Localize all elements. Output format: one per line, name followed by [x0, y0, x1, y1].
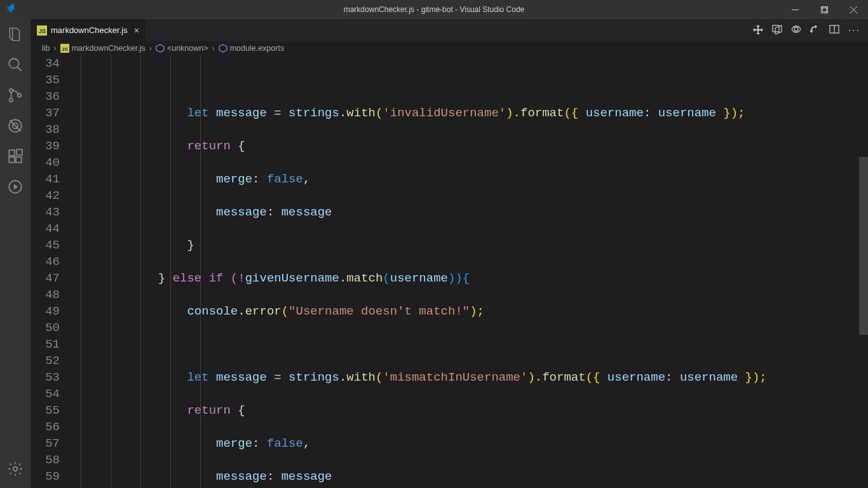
tab-label: markdownChecker.js: [51, 25, 128, 35]
tab-bar: JS markdownChecker.js × ···: [31, 19, 868, 41]
svg-rect-11: [16, 157, 22, 163]
tab-close-icon[interactable]: ×: [134, 25, 139, 36]
symbol-icon: [156, 44, 165, 53]
title-bar: markdownChecker.js - gitme-bot - Visual …: [0, 0, 868, 19]
symbol-icon: [219, 44, 227, 53]
svg-rect-10: [9, 157, 15, 163]
svg-point-18: [794, 27, 798, 31]
svg-rect-12: [17, 149, 22, 155]
minimize-button[interactable]: [780, 0, 810, 19]
search-icon[interactable]: [0, 50, 31, 80]
breadcrumb[interactable]: lib › JS markdownChecker.js › <unknown> …: [31, 41, 868, 55]
js-file-icon: JS: [60, 44, 69, 53]
gitlens-compare-icon[interactable]: [753, 24, 763, 37]
editor-actions: ···: [745, 19, 868, 41]
scrollbar-thumb[interactable]: [859, 157, 868, 335]
vscode-logo-icon: [0, 4, 22, 15]
editor-group: JS markdownChecker.js × ··· lib › JS mar…: [31, 19, 868, 488]
breadcrumb-sym2[interactable]: module.exports: [230, 44, 284, 53]
svg-point-3: [9, 58, 18, 68]
settings-gear-icon[interactable]: [0, 454, 31, 484]
gitlens-toggle-icon[interactable]: [791, 24, 801, 37]
chevron-right-icon: ›: [148, 44, 153, 53]
js-file-icon: JS: [37, 25, 47, 36]
tab-markdown-checker[interactable]: JS markdownChecker.js ×: [31, 19, 146, 41]
breadcrumb-lib[interactable]: lib: [42, 44, 50, 53]
activity-bar: [0, 19, 31, 488]
svg-point-6: [18, 93, 21, 97]
live-share-icon[interactable]: [0, 172, 31, 202]
extensions-icon[interactable]: [0, 141, 31, 172]
svg-rect-1: [821, 8, 826, 13]
svg-point-4: [10, 89, 13, 92]
split-editor-icon[interactable]: [829, 24, 839, 37]
explorer-icon[interactable]: [0, 19, 31, 50]
vertical-scrollbar[interactable]: [859, 55, 868, 488]
breadcrumb-file[interactable]: markdownChecker.js: [72, 44, 146, 53]
open-changes-icon[interactable]: [772, 24, 782, 37]
line-number-gutter: 3435363738394041424344454647484950515253…: [31, 55, 71, 488]
chevron-right-icon: ›: [211, 44, 216, 53]
source-control-icon[interactable]: [0, 80, 31, 111]
gitlens-file-history-icon[interactable]: [810, 24, 820, 37]
breadcrumb-sym1[interactable]: <unknown>: [167, 44, 208, 53]
svg-text:JS: JS: [62, 46, 68, 52]
code-area[interactable]: let message = strings.with('invalidUsern…: [71, 55, 859, 488]
window-controls: [780, 0, 868, 19]
window-title: markdownChecker.js - gitme-bot - Visual …: [0, 5, 868, 14]
debug-icon[interactable]: [0, 111, 31, 141]
svg-point-5: [10, 98, 13, 102]
tab-spacer: [146, 19, 745, 41]
close-button[interactable]: [839, 0, 868, 19]
svg-rect-9: [9, 150, 15, 156]
svg-point-14: [13, 467, 18, 471]
maximize-button[interactable]: [810, 0, 839, 19]
chevron-right-icon: ›: [53, 44, 58, 53]
more-actions-icon[interactable]: ···: [848, 25, 860, 36]
svg-text:JS: JS: [39, 28, 46, 34]
editor[interactable]: 3435363738394041424344454647484950515253…: [31, 55, 868, 488]
